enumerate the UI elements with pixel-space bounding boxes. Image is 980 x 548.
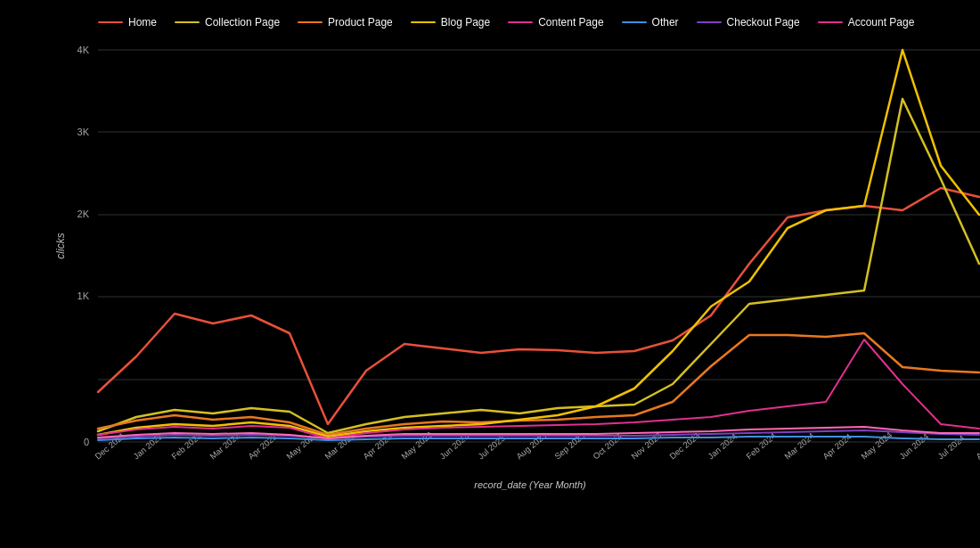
legend-collection-line [175,21,200,23]
legend-blog-line [411,21,436,23]
y-tick-2k: 2K [78,209,90,219]
legend-blog: Blog Page [411,16,490,29]
x-tick-20: May 2024 [859,429,894,461]
legend-checkout-label: Checkout Page [727,16,800,29]
legend-home-line [98,21,123,23]
legend-account: Account Page [818,16,915,29]
x-tick-21: Jun 2024 [897,431,930,462]
y-tick-4k: 4K [78,45,90,55]
y-tick-0: 0 [84,437,89,447]
chart-container: Home Collection Page Product Page Blog P… [0,0,980,548]
legend-account-line [818,21,843,23]
x-tick-10: Jul 2023 [476,433,507,462]
x-tick-22: Jul 2024 [935,433,967,462]
line-home [98,188,979,424]
legend-other-line [622,21,647,23]
legend-home-label: Home [128,16,157,29]
legend-checkout-line [697,21,722,23]
legend-other-label: Other [652,16,679,29]
main-chart-svg: 4K 3K 2K 1K 0 clicks Dec 2021 Jan 2022 F… [53,32,980,487]
legend-product-line [298,21,323,23]
legend-blog-label: Blog Page [441,16,490,29]
y-tick-1k: 1K [78,290,90,301]
x-tick-18: Mar 2024 [782,430,816,461]
legend-product-label: Product Page [328,16,393,29]
line-blog [98,50,979,437]
x-tick-17: Feb 2024 [744,430,778,461]
x-tick-16: Jan 2024 [706,431,739,462]
chart-legend: Home Collection Page Product Page Blog P… [53,9,962,32]
legend-content-label: Content Page [538,16,603,29]
legend-home: Home [98,16,157,29]
line-product [98,333,979,435]
x-axis-label: record_date (Year Month) [98,479,962,490]
legend-collection: Collection Page [175,16,280,29]
legend-collection-label: Collection Page [205,16,280,29]
y-tick-3k: 3K [78,127,90,137]
line-collection [98,99,979,433]
legend-content-line [508,21,533,23]
legend-other: Other [622,16,679,29]
legend-account-label: Account Page [848,16,915,29]
legend-product: Product Page [298,16,393,29]
y-axis-label: clicks [54,233,67,258]
legend-checkout: Checkout Page [697,16,800,29]
legend-content: Content Page [508,16,603,29]
